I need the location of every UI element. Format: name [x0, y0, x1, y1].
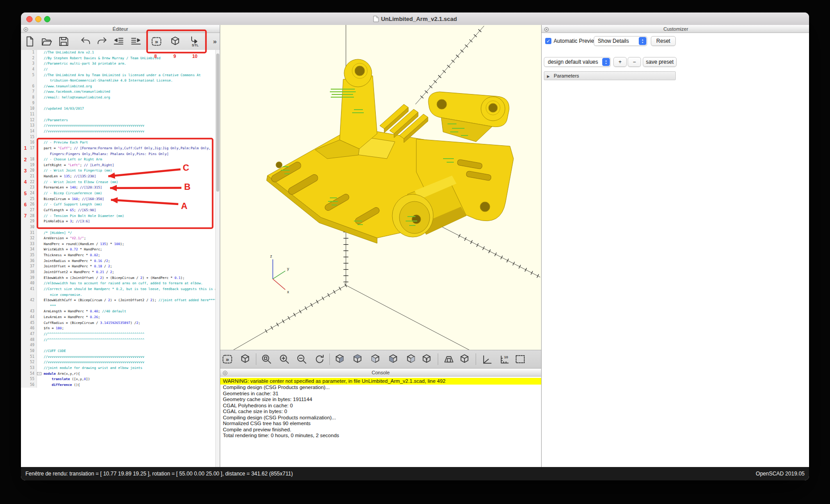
code-row: Fingers:Fingers Only,Phalanx: Phalanx On… — [21, 152, 220, 157]
details-select[interactable]: Show Details — [594, 36, 647, 46]
code-row: 11 — [21, 112, 220, 118]
code-editor[interactable]: 1//The UnLimbited Arm v2.12//By Stephen … — [21, 50, 220, 467]
editor-scrollbar[interactable] — [215, 50, 220, 467]
reset-button[interactable]: Reset — [651, 36, 676, 46]
code-row: 53//joint module for drawing wrist and e… — [21, 365, 220, 371]
remove-preset-button[interactable]: − — [628, 57, 641, 67]
save-preset-button[interactable]: save preset — [643, 57, 677, 67]
axis-label-x: x — [287, 290, 289, 294]
code-row: 27CuffLength = 65; //[65:90] — [21, 208, 220, 213]
scrollbar-thumb[interactable] — [216, 53, 219, 192]
close-window-button[interactable] — [26, 16, 33, 22]
new-file-icon[interactable] — [23, 34, 37, 49]
svg-text:STL: STL — [192, 43, 198, 47]
close-icon[interactable] — [544, 26, 549, 32]
select-stepper-icon — [639, 37, 646, 45]
code-row: 21HandLen = 135; //[135:230] — [21, 174, 220, 180]
console-header: Console — [220, 369, 541, 377]
code-row: 36JointRadius = HandPerc * 0.16 /2; — [21, 258, 220, 264]
zoom-window-button[interactable] — [44, 16, 50, 22]
undo-icon[interactable] — [79, 34, 93, 49]
viewport-toolbar: »10 — [220, 350, 541, 369]
show-axes-icon[interactable] — [480, 352, 493, 366]
console-line: Compiling design (CSG Products generatio… — [220, 385, 541, 391]
axis-label-z: z — [270, 254, 272, 258]
code-row: 17part = "Cuff"; // [Forearm:Forearm Onl… — [21, 146, 220, 152]
zoom-out-icon[interactable] — [295, 352, 308, 366]
zoom-in-icon[interactable] — [278, 352, 291, 366]
editor-panel: Éditeur »STL» 1//The UnLimbited Arm v2.1… — [21, 25, 220, 467]
customizer-title: Customizer — [663, 26, 688, 32]
code-row: 45CuffRadius = (BicepCircum / 3.14159265… — [21, 320, 220, 326]
code-row: 32ArmVersion = "V2.1/"; — [21, 236, 220, 242]
automatic-preview-checkbox[interactable] — [545, 38, 551, 44]
render-icon[interactable] — [168, 34, 182, 49]
indent-icon[interactable] — [129, 34, 143, 49]
svg-text:10: 10 — [504, 355, 509, 359]
zoom-all-icon[interactable] — [260, 352, 273, 366]
perspective-icon[interactable] — [442, 352, 456, 366]
view-top-icon[interactable] — [351, 352, 364, 366]
viewport-3d[interactable]: z y x — [220, 25, 541, 350]
code-row: 25BicepCircum = 160; //[160:350] — [21, 197, 220, 202]
code-row: 40//elbowwidth has to account for raised… — [21, 281, 220, 287]
parameters-expander[interactable]: Parameters — [544, 71, 676, 80]
view-all-icon[interactable] — [514, 352, 527, 366]
svg-text:»: » — [226, 356, 229, 363]
unindent-icon[interactable] — [111, 34, 126, 49]
orthogonal-icon[interactable] — [458, 352, 471, 366]
code-row: 8//email: hello@teamunlimbited.org — [21, 95, 220, 101]
view-left-icon[interactable] — [386, 352, 400, 366]
preview-icon[interactable]: » — [149, 34, 164, 49]
view-bottom-icon[interactable] — [369, 352, 382, 366]
code-row: 37JointOffset = HandPerc * 0.18 / 2; — [21, 264, 220, 270]
svg-text:»: » — [213, 37, 217, 45]
code-row: 10//updated 14/03/2017 — [21, 106, 220, 112]
close-icon[interactable] — [222, 370, 228, 375]
view-front-icon[interactable] — [404, 352, 418, 366]
reset-view-icon[interactable] — [313, 352, 326, 366]
console-line: Geometry cache size in bytes: 1911144 — [220, 397, 541, 403]
code-row: 28// - Tension Pin Bolt Hole Diameter (m… — [21, 213, 220, 219]
axis-label-y: y — [287, 266, 289, 271]
code-row: tribution-NonCommercial-ShareAlike 4.0 I… — [21, 78, 220, 84]
view-right-icon[interactable] — [333, 352, 346, 366]
parameters-label: Parameters — [554, 73, 579, 78]
code-row: 48//^^^^^^^^^^^^^^^^^^^^^^^^^^^^^^^^^^^^… — [21, 337, 220, 343]
fold-icon[interactable]: − — [37, 372, 41, 375]
scale-markers-icon[interactable]: 10 — [498, 352, 511, 366]
code-row: 47//^^^^^^^^^^^^^^^^^^^^^^^^^^^^^^^^^^^^… — [21, 332, 220, 337]
console-line: CGAL cache size in bytes: 0 — [220, 409, 541, 415]
preview-icon[interactable]: » — [221, 352, 234, 366]
minimize-window-button[interactable] — [35, 16, 41, 22]
code-row: 52//vvvvvvvvvvvvvvvvvvvvvvvvvvvvvvvvvvvv… — [21, 360, 220, 365]
toolbar-separator — [438, 353, 438, 365]
open-icon[interactable] — [40, 34, 54, 49]
preset-select[interactable]: design default values — [544, 57, 611, 67]
export-stl-icon[interactable]: STL — [188, 34, 202, 49]
console-output: WARNING: variable center not specified a… — [220, 377, 541, 467]
add-preset-button[interactable]: + — [613, 57, 627, 67]
console-line: CGAL Polyhedrons in cache: 0 — [220, 403, 541, 409]
console-line: Compile and preview finished. — [220, 427, 541, 433]
code-row: 2//By Stephen Robert Davies & Drew Murra… — [21, 56, 220, 61]
code-row: 46$fn = 180; — [21, 326, 220, 332]
window-title: UnLimbited_Arm_v2.1.scad — [373, 16, 457, 22]
select-stepper-icon — [602, 58, 610, 66]
save-icon[interactable] — [57, 34, 71, 49]
view-back-icon[interactable] — [420, 352, 433, 366]
console-line: Total rendering time: 0 hours, 0 minutes… — [220, 433, 541, 439]
render-icon[interactable] — [238, 352, 252, 366]
code-row: 5//The UnLimbited Arm by Team UnLimited … — [21, 73, 220, 78]
redo-icon[interactable] — [95, 34, 109, 49]
render-canvas[interactable]: z y x — [220, 25, 541, 350]
code-row: 38JointOffset2 = HandPerc * 0.21 / 2; — [21, 270, 220, 275]
code-row: 15 — [21, 135, 220, 140]
titlebar: UnLimbited_Arm_v2.1.scad — [21, 12, 809, 25]
close-icon[interactable] — [23, 26, 29, 32]
code-row: 20// - Wrist Joint to Fingertip (mm) — [21, 168, 220, 174]
console-line: Geometries in cache: 31 — [220, 391, 541, 397]
axis-indicator: z y x — [270, 254, 289, 294]
code-row: 24// - Bicep Circumference (mm) — [21, 191, 220, 197]
openscad-window: UnLimbited_Arm_v2.1.scad Éditeur »STL» 1… — [21, 12, 809, 480]
